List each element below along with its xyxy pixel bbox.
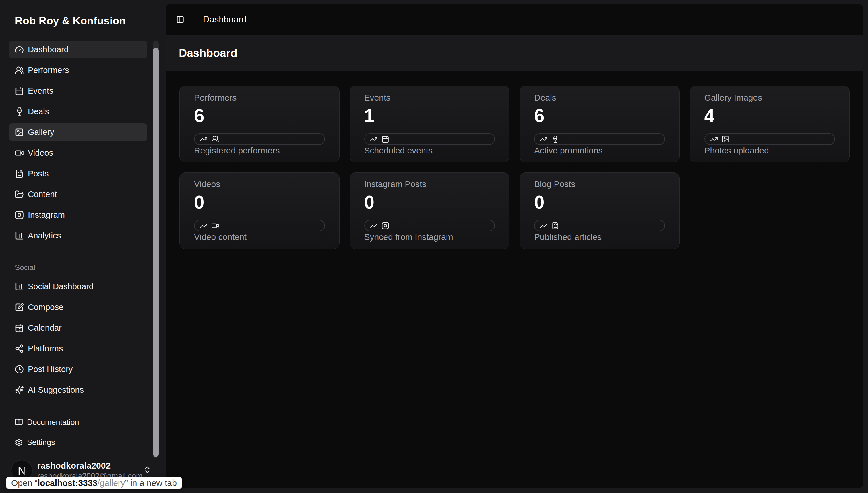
file-text-icon [15, 169, 24, 178]
sidebar-item-label: Deals [28, 107, 49, 116]
tooltip-text-path: /gallery [97, 478, 125, 488]
square-pen-icon [15, 303, 24, 312]
users-icon [211, 135, 219, 143]
trending-up-icon [540, 135, 548, 143]
trending-up-icon [200, 222, 207, 230]
sidebar-item-label: AI Suggestions [28, 385, 84, 395]
brand-title: Rob Roy & Konfusion [15, 15, 126, 27]
sidebar-item-label: Content [28, 190, 57, 199]
stat-card-value: 0 [534, 192, 665, 212]
stat-card-description: Photos uploaded [704, 145, 835, 158]
sidebar-item-label: Performers [28, 65, 69, 75]
sidebar-toggle-icon[interactable] [176, 16, 184, 24]
stat-card-trend-pill [194, 220, 325, 231]
sidebar-item-settings[interactable]: Settings [9, 434, 147, 450]
sidebar-item-label: Posts [28, 169, 49, 178]
stat-card-value: 0 [194, 192, 325, 212]
chevrons-up-down-icon[interactable] [143, 466, 152, 474]
sidebar-item-posts[interactable]: Posts [9, 165, 147, 183]
sidebar-item-gallery[interactable]: Gallery [9, 123, 147, 141]
stat-card-title: Performers [194, 92, 325, 103]
sidebar-item-instagram[interactable]: Instagram [9, 206, 147, 224]
bar-chart-icon [15, 282, 24, 291]
stat-card-trend-pill [364, 133, 495, 145]
sidebar-item-calendar[interactable]: Calendar [9, 319, 147, 337]
stat-card-description: Active promotions [534, 145, 665, 158]
stat-card-title: Videos [194, 179, 325, 189]
stat-card-value: 4 [704, 106, 835, 126]
sidebar-item-label: Platforms [28, 344, 63, 353]
stat-card-value: 6 [194, 106, 325, 126]
image-icon [722, 135, 729, 143]
stat-card-trend-pill [704, 133, 835, 145]
calendar-days-icon [15, 323, 24, 333]
sidebar-nav-main: Dashboard Performers Events Deals Galler… [9, 41, 147, 248]
sidebar-item-label: Compose [28, 302, 64, 312]
image-icon [15, 128, 24, 137]
sidebar-item-ai-suggestions[interactable]: AI Suggestions [9, 381, 147, 399]
stat-card-value: 0 [364, 192, 495, 212]
trending-up-icon [370, 135, 378, 143]
browser-link-tooltip: Open “localhost:3333/gallery” in a new t… [6, 477, 182, 489]
sidebar-item-label: Gallery [28, 128, 54, 137]
sidebar-item-label: Post History [28, 365, 73, 374]
wine-glass-icon [15, 107, 24, 116]
video-camera-icon [211, 222, 219, 230]
sidebar-item-label: Calendar [28, 323, 62, 333]
stat-card-value: 1 [364, 106, 495, 126]
sidebar-item-deals[interactable]: Deals [9, 103, 147, 121]
stat-card-videos: Videos 0 Video content [179, 172, 340, 249]
stat-card-title: Deals [534, 92, 665, 103]
stat-card-description: Published articles [534, 232, 665, 244]
sidebar-item-label: Events [28, 86, 53, 96]
stat-card-events: Events 1 Scheduled events [350, 86, 510, 162]
stat-card-title: Instagram Posts [364, 179, 495, 189]
stat-card-title: Events [364, 92, 495, 103]
header-divider [193, 15, 193, 24]
sidebar-item-documentation[interactable]: Documentation [9, 414, 147, 430]
stat-card-description: Video content [194, 232, 325, 244]
sidebar-item-label: Analytics [28, 231, 61, 240]
sidebar-item-events[interactable]: Events [9, 82, 147, 100]
video-camera-icon [15, 149, 24, 157]
sidebar-item-post-history[interactable]: Post History [9, 360, 147, 378]
instagram-icon [382, 222, 389, 230]
sidebar-item-social-dashboard[interactable]: Social Dashboard [9, 278, 147, 295]
page-title-bar: Dashboard [166, 35, 863, 71]
trending-up-icon [540, 222, 548, 230]
stat-card-instagram-posts: Instagram Posts 0 Synced from Instagram [350, 172, 510, 249]
page-title: Dashboard [179, 47, 237, 60]
sidebar-item-label: Social Dashboard [28, 282, 94, 291]
trending-up-icon [200, 135, 207, 143]
stat-card-trend-pill [194, 133, 325, 145]
wine-glass-icon [551, 135, 559, 143]
stat-card-title: Gallery Images [704, 92, 835, 103]
trending-up-icon [370, 222, 378, 230]
tooltip-text-prefix: Open “ [11, 478, 38, 488]
share-nodes-icon [15, 344, 24, 353]
users-icon [15, 66, 24, 75]
bar-chart-icon [15, 231, 24, 240]
stat-card-description: Synced from Instagram [364, 232, 495, 244]
sidebar-item-compose[interactable]: Compose [9, 298, 147, 316]
tooltip-text-suffix: ” in a new tab [125, 478, 177, 488]
stat-card-trend-pill [364, 220, 495, 231]
sidebar-item-videos[interactable]: Videos [9, 144, 147, 162]
breadcrumb: Dashboard [203, 14, 247, 25]
sidebar-item-dashboard[interactable]: Dashboard [9, 41, 147, 58]
sparkles-icon [15, 386, 24, 394]
stat-card-gallery-images: Gallery Images 4 Photos uploaded [690, 86, 850, 162]
sidebar-item-content[interactable]: Content [9, 185, 147, 203]
stat-card-deals: Deals 6 Active promotions [520, 86, 680, 162]
top-header: Dashboard [166, 4, 863, 35]
stat-card-trend-pill [534, 220, 665, 231]
sidebar-item-analytics[interactable]: Analytics [9, 227, 147, 244]
sidebar-item-label: Videos [28, 148, 53, 158]
sidebar-item-platforms[interactable]: Platforms [9, 340, 147, 358]
gauge-icon [15, 45, 24, 54]
sidebar-item-performers[interactable]: Performers [9, 61, 147, 79]
instagram-icon [15, 211, 24, 219]
tooltip-text-host: localhost:3333 [38, 478, 97, 488]
sidebar-scrollbar-thumb[interactable] [153, 48, 159, 457]
sidebar: Rob Roy & Konfusion Dashboard Performers… [0, 0, 166, 493]
